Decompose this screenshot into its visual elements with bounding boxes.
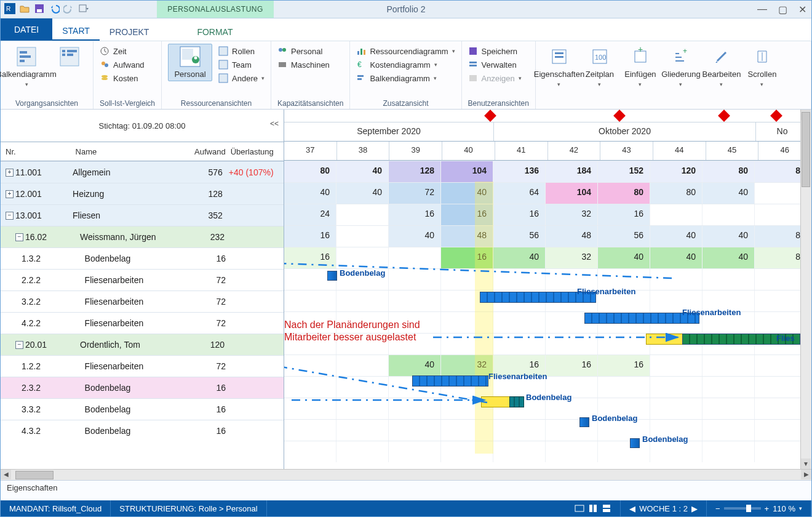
gantt-cell — [389, 312, 441, 333]
kostendiagramm-button[interactable]: €Kostendiagramm ▾ — [356, 60, 455, 70]
svg-rect-55 — [603, 509, 610, 512]
rollen-button[interactable]: Rollen — [218, 46, 265, 56]
svg-rect-40 — [555, 52, 563, 54]
scrollbar-vertical[interactable]: ▲▼ — [800, 110, 811, 469]
status-struktur: STRUKTURIERUNG: Rolle > Personal — [111, 500, 266, 516]
week-cell: 38 — [337, 142, 390, 160]
ribbon-tabs: DATEI START PROJEKT FORMAT — [1, 18, 811, 41]
table-row[interactable]: 4.3.2 Bodenbelag 16 — [1, 420, 284, 441]
svg-rect-53 — [594, 505, 597, 512]
col-aufwand[interactable]: Aufwand — [175, 147, 226, 156]
qat-more-icon[interactable] — [78, 3, 89, 16]
task-bar[interactable] — [630, 438, 640, 448]
col-ueberlastung[interactable]: Überlastung — [226, 147, 284, 156]
gantt-cell: 16 — [441, 204, 493, 225]
save-icon[interactable] — [34, 3, 45, 16]
open-icon[interactable] — [19, 3, 30, 16]
kap-personal-button[interactable]: Personal — [277, 46, 330, 56]
expand-icon[interactable]: − — [15, 233, 23, 241]
gantt-cell — [755, 312, 807, 333]
svg-rect-20 — [182, 49, 193, 60]
gliederung-button[interactable]: +Gliederung▾ — [664, 44, 698, 87]
redo-icon[interactable] — [63, 3, 74, 16]
table-row[interactable]: −20.01 Ordentlich, Tom 120 — [1, 334, 284, 355]
gantt-cell — [703, 420, 755, 441]
kosten-button[interactable]: Kosten — [100, 73, 145, 83]
gantt-cell — [336, 204, 389, 225]
minimize-button[interactable]: — — [757, 4, 767, 15]
gantt-cell — [389, 398, 441, 419]
expand-icon[interactable]: − — [15, 341, 23, 349]
zeit-button[interactable]: Zeit — [100, 46, 145, 56]
verwalten-button[interactable]: Verwalten — [468, 60, 522, 70]
table-row[interactable]: 1.2.2 Fliesenarbeiten 72 — [1, 355, 284, 377]
gantt-cell — [755, 291, 807, 311]
table-row[interactable]: 2.2.2 Fliesenarbeiten 72 — [1, 269, 284, 291]
collapse-left-button[interactable]: << — [270, 119, 279, 128]
speichern-button[interactable]: Speichern — [468, 46, 522, 56]
status-zoom[interactable]: −+110 %▾ — [707, 500, 811, 516]
expand-icon[interactable]: − — [6, 212, 14, 220]
task-bar[interactable] — [579, 417, 589, 427]
task-bar[interactable] — [412, 375, 488, 387]
gantt-cell — [441, 334, 493, 355]
andere-button[interactable]: Andere ▾ — [218, 73, 265, 83]
gantt-cell — [598, 377, 650, 398]
table-row[interactable]: 3.2.2 Fliesenarbeiten 72 — [1, 291, 284, 312]
zeitplan-button[interactable]: 100Zeitplan▾ — [583, 44, 617, 87]
gantt-cell: 48 — [441, 226, 493, 247]
kap-maschinen-button[interactable]: Maschinen — [277, 60, 330, 70]
einfügen-button[interactable]: +Einfügen▾ — [623, 44, 658, 87]
undo-icon[interactable] — [49, 3, 60, 16]
gantt-cell: 32 — [546, 204, 598, 225]
scrollen-button[interactable]: Scrollen▾ — [745, 44, 779, 87]
task-bar[interactable] — [327, 271, 337, 281]
close-button[interactable]: ✕ — [798, 4, 806, 15]
scrollbar-horizontal[interactable]: ◀▶ — [1, 469, 811, 480]
table-row[interactable]: 4.2.2 Fliesenarbeiten 72 — [1, 312, 284, 334]
tab-projekt[interactable]: PROJEKT — [100, 21, 159, 41]
milestone-row — [284, 110, 811, 122]
table-row[interactable]: −13.001 Fliesen 352 — [1, 204, 284, 226]
svg-rect-11 — [62, 54, 65, 56]
svg-point-22 — [194, 57, 197, 60]
table-row[interactable]: 3.3.2 Bodenbelag 16 — [1, 398, 284, 420]
tab-start[interactable]: START — [52, 20, 100, 41]
table-row[interactable]: 1.3.2 Bodenbelag 16 — [1, 247, 284, 269]
svg-text:€: € — [357, 60, 362, 69]
team-button[interactable]: Team — [218, 60, 265, 70]
col-name[interactable]: Name — [71, 147, 175, 156]
tab-file[interactable]: DATEI — [1, 18, 52, 41]
col-nr[interactable]: Nr. — [1, 147, 71, 156]
balkendiagramm2-button[interactable]: Balkendiagramm ▾ — [356, 73, 455, 83]
row-aufwand: 72 — [181, 361, 226, 371]
status-icons[interactable] — [566, 500, 621, 516]
balkendiagramm-button-2[interactable] — [52, 44, 87, 67]
properties-panel-header[interactable]: Eigenschaften — [1, 480, 811, 500]
bearbeiten-button[interactable]: Bearbeiten▾ — [704, 44, 739, 87]
gantt-cell: 40 — [493, 247, 546, 268]
row-nr: 3.3.2 — [22, 404, 41, 414]
gantt-cell: 80 — [650, 183, 703, 204]
table-row[interactable]: +11.001 Allgemein 576 +40 (107%) — [1, 161, 284, 183]
expand-icon[interactable]: + — [6, 190, 14, 198]
gantt-cell: 40 — [703, 247, 755, 268]
aufwand-button[interactable]: Aufwand — [100, 60, 145, 70]
eigenschaften-button[interactable]: Eigenschaften▾ — [542, 44, 576, 87]
gantt-cell — [703, 398, 755, 419]
personal-button[interactable]: Personal — [168, 44, 212, 81]
row-aufwand: 16 — [181, 426, 226, 436]
table-row[interactable]: 2.3.2 Bodenbelag 16 — [1, 377, 284, 398]
tab-format[interactable]: FORMAT — [187, 21, 242, 41]
row-name: Bodenbelag — [85, 404, 181, 414]
expand-icon[interactable]: + — [6, 169, 14, 177]
window-title: Portfolio 2 — [1, 4, 811, 14]
table-row[interactable]: −16.02 Weissmann, Jürgen 232 — [1, 226, 284, 247]
task-bar[interactable] — [509, 396, 524, 407]
status-woche[interactable]: ◀WOCHE 1 : 2▶ — [621, 500, 707, 516]
svg-text:100: 100 — [595, 54, 606, 61]
balkendiagramm-button[interactable]: Balkendiagramm▾ — [7, 44, 46, 87]
ressdiagramm-button[interactable]: Ressourcendiagramm ▾ — [356, 46, 455, 56]
table-row[interactable]: +12.001 Heizung 128 — [1, 183, 284, 204]
maximize-button[interactable]: ▢ — [778, 4, 787, 15]
